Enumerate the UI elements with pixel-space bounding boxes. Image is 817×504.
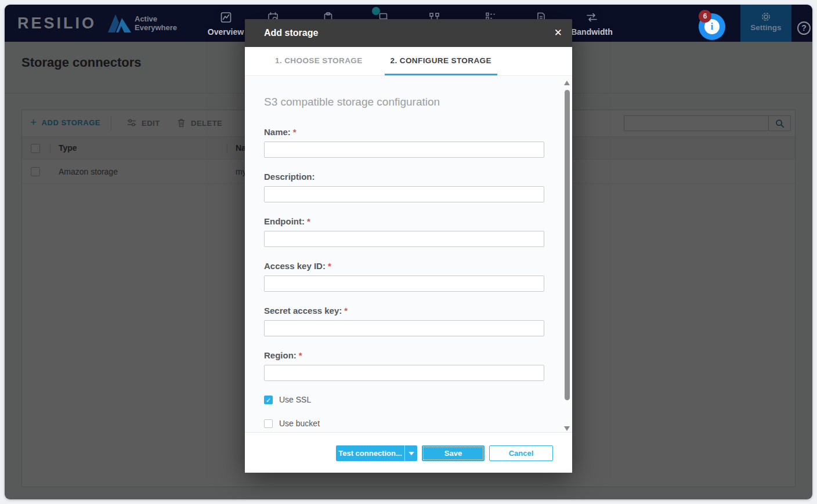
- cancel-button[interactable]: Cancel: [489, 445, 553, 461]
- region-input[interactable]: [264, 365, 544, 381]
- modal-body: S3 compatible storage configuration Name…: [245, 76, 572, 432]
- field-label: Description:: [264, 172, 544, 182]
- nav-item-bandwidth[interactable]: Bandwidth: [567, 12, 616, 37]
- nav-item-label: Overview: [201, 27, 250, 37]
- use-ssl-label: Use SSL: [279, 395, 311, 404]
- field-secret-access-key: Secret access key:*: [264, 306, 544, 336]
- field-label: Access key ID:*: [264, 261, 544, 271]
- gear-icon: [760, 11, 772, 23]
- chart-icon: [220, 12, 232, 23]
- app-window: RESILIO Active Everywhere Overview: [5, 5, 812, 499]
- required-asterisk: *: [307, 216, 310, 226]
- tab-choose-storage[interactable]: 1. CHOOSE STORAGE: [269, 47, 368, 75]
- nav-item-label: Bandwidth: [567, 27, 616, 37]
- field-name: Name:*: [264, 127, 544, 158]
- field-label: Endpoint:*: [264, 216, 544, 226]
- field-access-key-id: Access key ID:*: [264, 261, 544, 292]
- required-asterisk: *: [299, 350, 302, 360]
- required-asterisk: *: [344, 306, 348, 316]
- modal-scrollbar: [563, 77, 571, 431]
- bandwidth-arrows-icon: [585, 12, 598, 23]
- field-endpoint: Endpoint:*: [264, 216, 544, 247]
- tab-configure-storage[interactable]: 2. CONFIGURE STORAGE: [385, 47, 497, 75]
- close-icon[interactable]: ✕: [554, 27, 562, 39]
- notification-badge: 6: [699, 10, 711, 23]
- required-asterisk: *: [293, 127, 297, 137]
- field-label: Secret access key:*: [264, 306, 544, 316]
- active-everywhere-logo-icon: [108, 13, 131, 33]
- nav-item-settings[interactable]: Settings: [740, 5, 791, 42]
- field-label: Region:*: [264, 350, 544, 360]
- use-bucket-label: Use bucket: [279, 419, 320, 428]
- endpoint-input[interactable]: [264, 231, 544, 247]
- save-button[interactable]: Save: [422, 445, 485, 461]
- field-label: Name:*: [264, 127, 544, 137]
- scrollbar-thumb[interactable]: [565, 90, 570, 400]
- use-ssl-checkbox-row[interactable]: ✓ Use SSL: [264, 395, 544, 404]
- nav-item-label: Settings: [740, 23, 791, 32]
- description-input[interactable]: [264, 186, 544, 202]
- field-description: Description:: [264, 172, 544, 202]
- agent-notification-dot: [372, 7, 380, 15]
- field-region: Region:*: [264, 350, 544, 381]
- test-connection-button[interactable]: Test connection...: [336, 445, 404, 461]
- access-key-id-input[interactable]: [264, 275, 544, 292]
- required-asterisk: *: [328, 261, 331, 271]
- section-title: S3 compatible storage configuration: [264, 96, 544, 108]
- modal-tabs: 1. CHOOSE STORAGE 2. CONFIGURE STORAGE: [245, 47, 572, 76]
- modal-footer: Test connection... Save Cancel: [245, 432, 572, 473]
- modal-title: Add storage: [264, 19, 318, 47]
- scroll-down-arrow-icon[interactable]: [564, 426, 570, 431]
- modal-header: Add storage ✕: [245, 19, 572, 47]
- use-ssl-checkbox[interactable]: ✓: [264, 396, 273, 404]
- product-name-line1: Active: [135, 14, 157, 23]
- info-button[interactable]: i 6: [699, 13, 725, 40]
- use-bucket-checkbox-row[interactable]: Use bucket: [264, 419, 544, 428]
- use-bucket-checkbox[interactable]: [264, 419, 273, 428]
- help-button[interactable]: ?: [797, 21, 811, 35]
- resilio-logo: RESILIO: [17, 14, 96, 32]
- name-input[interactable]: [264, 142, 544, 158]
- product-name: Active Everywhere: [135, 14, 177, 32]
- test-connection-dropdown[interactable]: [404, 445, 417, 461]
- product-name-line2: Everywhere: [135, 23, 177, 32]
- add-storage-modal: Add storage ✕ 1. CHOOSE STORAGE 2. CONFI…: [245, 19, 572, 473]
- secret-access-key-input[interactable]: [264, 320, 544, 336]
- nav-item-overview[interactable]: Overview: [201, 12, 250, 37]
- scroll-up-arrow-icon[interactable]: [564, 81, 570, 85]
